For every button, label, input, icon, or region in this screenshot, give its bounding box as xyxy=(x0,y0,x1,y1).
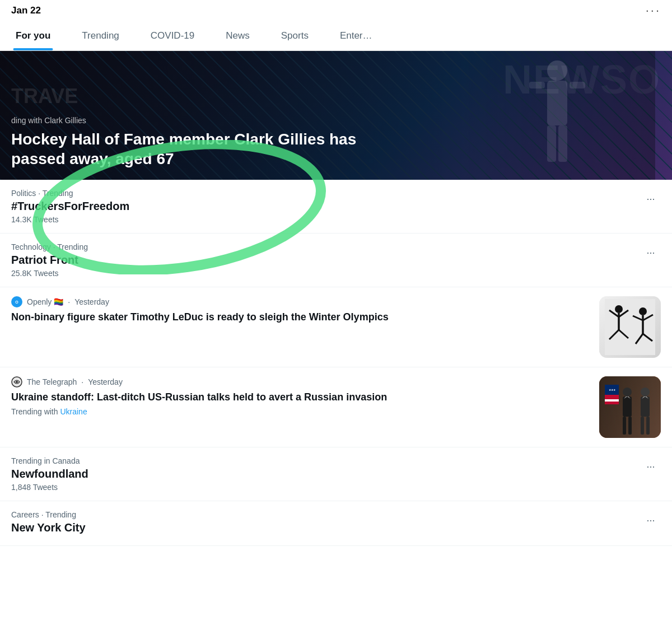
more-button-newfoundland[interactable]: ··· xyxy=(641,456,661,477)
telegraph-trending-with: Trending with Ukraine xyxy=(11,407,590,416)
more-button-patriot[interactable]: ··· xyxy=(641,242,661,263)
more-button-truckers[interactable]: ··· xyxy=(641,189,661,209)
svg-point-9 xyxy=(615,305,623,313)
trending-count-newfoundland: 1,848 Tweets xyxy=(11,483,641,492)
skater-thumbnail xyxy=(599,296,661,358)
news-item-telegraph[interactable]: The Telegraph · Yesterday Ukraine stando… xyxy=(0,367,672,447)
diplomats-svg xyxy=(616,382,658,438)
svg-point-29 xyxy=(641,388,650,396)
trending-category-truckers: Politics · Trending xyxy=(11,189,641,198)
svg-rect-8 xyxy=(605,299,655,355)
trending-category-nyc: Careers · Trending xyxy=(11,510,641,519)
status-time: Jan 22 xyxy=(11,5,41,16)
hero-bg-travel: TRAVE xyxy=(11,85,78,108)
trending-item-truckers[interactable]: Politics · Trending #TruckersForFreedom … xyxy=(0,180,672,234)
ukraine-trend-link[interactable]: Ukraine xyxy=(60,407,87,416)
news-item-openly-content: O Openly 🏳️‍🌈 · Yesterday Non-binary fig… xyxy=(11,296,590,327)
telegraph-dot: · xyxy=(81,377,83,386)
telegraph-title: Ukraine standoff: Last-ditch US-Russian … xyxy=(11,391,590,404)
hero-title: Hockey Hall of Fame member Clark Gillies… xyxy=(11,129,403,169)
openly-time: Yesterday xyxy=(74,297,109,306)
svg-point-23 xyxy=(623,388,632,396)
news-item-telegraph-content: The Telegraph · Yesterday Ukraine stando… xyxy=(11,376,590,416)
svg-point-22 xyxy=(16,381,18,383)
svg-rect-30 xyxy=(641,396,650,417)
svg-point-15 xyxy=(639,307,647,315)
openly-source-icon: O xyxy=(11,296,22,307)
trending-item-patriot[interactable]: Technology · Trending Patriot Front 25.8… xyxy=(0,234,672,287)
svg-rect-24 xyxy=(623,396,632,417)
trending-item-truckers-left: Politics · Trending #TruckersForFreedom … xyxy=(11,189,641,224)
svg-rect-34 xyxy=(646,417,650,435)
tab-news[interactable]: News xyxy=(210,21,265,50)
hero-subtitle: ding with Clark Gillies xyxy=(11,116,661,125)
tab-trending[interactable]: Trending xyxy=(66,21,134,50)
content-area: Politics · Trending #TruckersForFreedom … xyxy=(0,180,672,546)
trending-count-truckers: 14.3K Tweets xyxy=(11,215,641,224)
news-source-line-telegraph: The Telegraph · Yesterday xyxy=(11,376,590,388)
svg-rect-2 xyxy=(529,82,545,88)
trending-canada-label: Trending in Canada xyxy=(11,456,641,465)
svg-rect-33 xyxy=(641,417,644,435)
trending-topic-newfoundland: Newfoundland xyxy=(11,468,641,480)
trending-category-patriot: Technology · Trending xyxy=(11,242,641,251)
trending-item-newfoundland-left: Trending in Canada Newfoundland 1,848 Tw… xyxy=(11,456,641,492)
more-button-nyc[interactable]: ··· xyxy=(641,510,661,530)
trending-topic-patriot: Patriot Front xyxy=(11,254,641,267)
telegraph-time: Yesterday xyxy=(88,377,123,386)
tab-for-you[interactable]: For you xyxy=(0,21,66,50)
hero-text-area: ding with Clark Gillies Hockey Hall of F… xyxy=(11,116,661,169)
trending-count-patriot: 25.8K Tweets xyxy=(11,269,641,278)
trending-topic-truckers: #TruckersForFreedom xyxy=(11,200,641,213)
skater-svg xyxy=(605,299,655,355)
telegraph-source-name: The Telegraph xyxy=(27,377,77,386)
openly-dot: · xyxy=(68,297,70,306)
news-source-line-openly: O Openly 🏳️‍🌈 · Yesterday xyxy=(11,296,590,307)
telegraph-source-icon xyxy=(11,376,22,388)
svg-rect-3 xyxy=(570,82,585,88)
svg-point-0 xyxy=(547,60,567,81)
trending-topic-nyc: New York City xyxy=(11,521,641,534)
openly-source-name: Openly 🏳️‍🌈 xyxy=(27,297,63,306)
nav-tabs: For you Trending COVID-19 News Sports En… xyxy=(0,21,672,51)
tab-covid19[interactable]: COVID-19 xyxy=(135,21,210,50)
trending-item-newfoundland[interactable]: Trending in Canada Newfoundland 1,848 Tw… xyxy=(0,447,672,501)
openly-title: Non-binary figure skater Timothy LeDuc i… xyxy=(11,311,590,324)
trending-item-nyc[interactable]: Careers · Trending New York City ··· xyxy=(0,501,672,546)
trending-item-nyc-left: Careers · Trending New York City xyxy=(11,510,641,536)
news-item-openly[interactable]: O Openly 🏳️‍🌈 · Yesterday Non-binary fig… xyxy=(0,287,672,367)
ukraine-thumbnail: ★★★ xyxy=(599,376,661,438)
tab-entertainment[interactable]: Enter… xyxy=(324,21,388,50)
svg-text:O: O xyxy=(15,300,18,304)
status-bar: Jan 22 ··· xyxy=(0,0,672,21)
trending-item-patriot-left: Technology · Trending Patriot Front 25.8… xyxy=(11,242,641,278)
svg-rect-27 xyxy=(623,417,626,435)
svg-rect-28 xyxy=(628,417,632,435)
status-dots: ··· xyxy=(646,3,661,18)
tab-sports[interactable]: Sports xyxy=(265,21,324,50)
hero-banner[interactable]: NEWSO TRAVE ding with Clark Gillies Hock… xyxy=(0,51,672,180)
